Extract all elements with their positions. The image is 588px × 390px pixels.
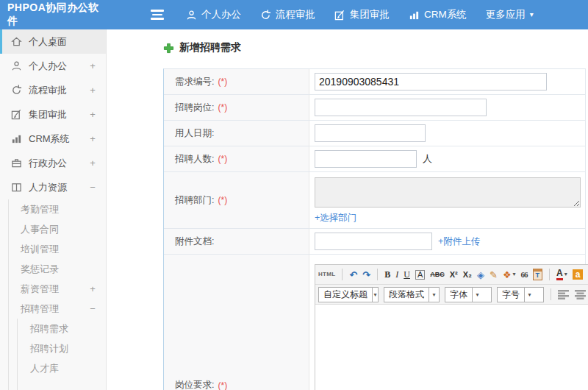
sidebar-item-training[interactable]: 培训管理 [9,239,106,259]
sidebar-item-recruit-demand[interactable]: 招聘需求 [18,319,106,338]
italic-button[interactable]: I [395,270,398,279]
sidebar-item-personal-office[interactable]: 个人办公 + [0,54,106,78]
sidebar-item-label: 集团审批 [29,108,88,121]
field-cell [309,95,585,120]
subscript-button[interactable]: X₂ [463,271,472,279]
field-cell: +附件上传 [309,229,585,254]
label-text: 岗位要求: [175,379,214,390]
briefcase-icon [11,157,22,169]
field-label: 招聘部门: (*) [164,172,309,228]
brush-icon[interactable]: ✎ [490,270,498,280]
app-window: PHPOA协同办公软件 个人办公 流程审批 集团审批 CRM系统 更多应用 ▾ [0,0,588,390]
superscript-button[interactable]: X² [450,271,458,279]
job-position-input[interactable] [315,99,487,116]
font-color-button[interactable]: A▾ [556,269,567,280]
headcount-input[interactable] [315,150,417,168]
nav-process-approval[interactable]: 流程审批 [260,8,315,21]
expand-plus-icon: + [88,85,97,96]
sidebar-item-salary[interactable]: 薪资管理 + [9,279,106,299]
html-source-button[interactable]: HTML [318,272,335,277]
sidebar-item-label: CRM系统 [29,132,88,146]
sidebar-item-talent-pool[interactable]: 人才库 [18,358,106,378]
sidebar: 个人桌面 个人办公 + 流程审批 + 集团审批 + CRM系统 + [0,29,107,390]
blockquote-button[interactable]: 66 [521,271,528,279]
hire-date-input[interactable] [315,124,426,142]
sidebar-item-human-resources[interactable]: 人力资源 − [0,175,106,199]
sidebar-item-label: 奖惩记录 [21,263,97,276]
sidebar-item-label: 招聘需求 [30,322,97,336]
format-painter-icon[interactable]: ❖▾ [503,270,516,280]
toolbar-separator [549,269,550,280]
rich-text-editor: HTML ↶ ↷ B I U A ABC X² [315,264,588,390]
editor-toolbar-row1: HTML ↶ ↷ B I U A ABC X² [315,265,588,285]
label-text: 招聘岗位: [175,102,214,114]
toolbar-separator [377,269,378,280]
app-logo: PHPOA协同办公软件 [0,1,107,28]
painter-glyph: ❖ [503,270,512,280]
font-size-select[interactable]: 字号▾ [497,287,544,302]
hamburger-icon[interactable] [151,10,164,20]
select-department-link[interactable]: +选择部门 [315,212,356,224]
bold-button[interactable]: B [384,270,390,279]
font-family-select[interactable]: 字体▾ [445,287,492,302]
process-icon [11,85,22,96]
sidebar-item-label: 流程审批 [29,84,88,97]
align-left-icon[interactable] [558,290,570,299]
sidebar-item-attendance[interactable]: 考勤管理 [9,199,106,219]
paragraph-format-select[interactable]: 段落格式▾ [384,287,440,302]
toolbar-separator [342,269,343,280]
undo-icon[interactable]: ↶ [349,270,357,280]
font-border-button[interactable]: A [415,270,425,280]
process-icon [260,10,271,21]
field-label: 附件文档: [164,229,309,254]
expand-plus-icon: + [88,157,97,169]
required-mark: (*) [218,77,227,87]
sidebar-item-recruitment[interactable]: 招聘管理 − [9,299,106,319]
nav-group-approval[interactable]: 集团审批 [334,8,390,21]
sidebar-item-crm-system[interactable]: CRM系统 + [0,127,106,151]
font-color-glyph: A [556,269,563,280]
eraser-icon[interactable]: ◈ [477,270,484,280]
caret-down-icon: ▾ [429,288,439,302]
home-icon [11,36,22,47]
underline-button[interactable]: U [404,270,410,279]
nav-personal-office[interactable]: 个人办公 [186,8,241,21]
select-label: 自定义标题 [319,288,372,301]
toolbar-separator [551,288,551,300]
sidebar-item-label: 招聘管理 [21,302,88,316]
expand-plus-icon: + [88,60,97,71]
sidebar-item-group-approval[interactable]: 集团审批 + [0,102,106,127]
caret-down-icon: ▾ [472,288,482,302]
required-mark: (*) [218,195,227,205]
caret-down-icon: ▾ [530,11,534,18]
sidebar-item-label: 行政办公 [29,157,88,170]
demand-number-input[interactable] [315,73,547,91]
paste-icon[interactable]: T [533,269,543,280]
sidebar-item-hr-contract[interactable]: 人事合同 [9,219,106,239]
sidebar-item-process-approval[interactable]: 流程审批 + [0,78,106,102]
label-text: 用人日期: [175,127,214,140]
sidebar-item-label: 考勤管理 [21,203,97,216]
label-text: 需求编号: [175,76,214,88]
sidebar-item-recruit-plan[interactable]: 招聘计划 [18,338,106,358]
sidebar-item-admin-office[interactable]: 行政办公 + [0,151,106,175]
background-color-button[interactable]: a [573,269,584,280]
field-label: 招聘人数: (*) [164,146,309,171]
nav-more-apps[interactable]: 更多应用 ▾ [486,8,534,21]
recruit-demand-form: 需求编号: (*) 招聘岗位: (*) [163,68,586,390]
custom-title-select[interactable]: 自定义标题▾ [318,287,379,302]
align-center-icon[interactable] [575,290,587,299]
field-cell: 人 [309,146,585,171]
sidebar-item-label: 薪资管理 [21,283,88,296]
editor-content-area[interactable] [315,305,588,390]
sidebar-item-personal-desktop[interactable]: 个人桌面 [0,29,106,54]
nav-crm-system[interactable]: CRM系统 [409,8,467,21]
attachment-upload-link[interactable]: +附件上传 [438,235,480,248]
person-icon [186,10,197,21]
attachment-input[interactable] [315,233,432,250]
sidebar-item-rewards[interactable]: 奖惩记录 [9,259,106,279]
department-textarea[interactable] [315,177,581,208]
redo-icon[interactable]: ↷ [362,270,370,280]
add-plus-icon [163,43,174,54]
strikethrough-button[interactable]: ABC [430,272,445,278]
